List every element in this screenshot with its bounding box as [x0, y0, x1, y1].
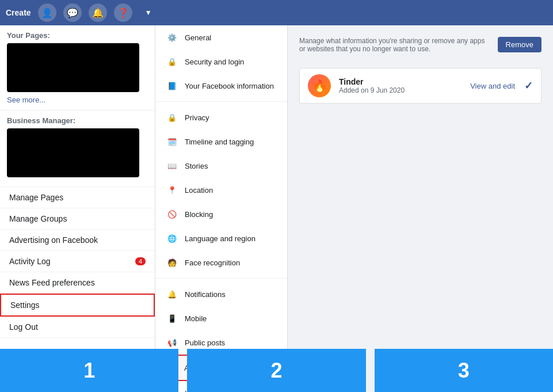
- face-recognition-icon: 🧑: [165, 256, 179, 269]
- settings-item-stories[interactable]: 📖 Stories: [155, 154, 287, 178]
- see-more-link[interactable]: See more...: [7, 96, 148, 104]
- settings-item-facebook-info[interactable]: 📘 Your Facebook information: [155, 74, 287, 98]
- public-posts-label: Public posts: [185, 338, 225, 347]
- fb-info-label: Your Facebook information: [185, 82, 274, 90]
- check-icon: ✓: [524, 79, 533, 92]
- settings-item-notifications[interactable]: 🔔 Notifications: [155, 282, 287, 306]
- friends-icon[interactable]: 👤: [38, 3, 56, 22]
- manage-groups-label: Manage Groups: [9, 214, 67, 223]
- logout-label: Log Out: [9, 322, 38, 332]
- stories-label: Stories: [185, 162, 208, 170]
- tinder-icon: 🔥: [308, 74, 331, 97]
- sidebar-item-activity-log[interactable]: Activity Log 4: [0, 251, 155, 272]
- general-icon: ⚙️: [165, 31, 179, 44]
- notifications-icon[interactable]: 🔔: [89, 3, 107, 22]
- security-icon: 🔒: [165, 55, 179, 68]
- create-button[interactable]: Create: [6, 8, 31, 17]
- settings-item-blocking[interactable]: 🚫 Blocking: [155, 202, 287, 226]
- activity-log-label: Activity Log: [9, 257, 51, 266]
- right-content: Manage what information you're sharing o…: [288, 25, 553, 392]
- section-label-3: 3: [375, 349, 553, 392]
- help-icon[interactable]: ❓: [114, 3, 132, 22]
- advertising-label: Advertising on Facebook: [9, 235, 98, 245]
- business-manager-label: Business Manager:: [7, 116, 148, 125]
- sidebar-item-settings[interactable]: Settings: [0, 294, 155, 317]
- content-header: Manage what information you're sharing o…: [299, 37, 541, 59]
- divider-1: [155, 101, 287, 102]
- app-info: Tinder Added on 9 Jun 2020: [339, 77, 462, 94]
- page-wrapper: Create 👤 💬 🔔 ❓ ▼ Your Pages: See more...…: [0, 0, 553, 392]
- view-edit-link[interactable]: View and edit: [470, 82, 515, 90]
- section-labels: 1 2 3: [0, 349, 553, 392]
- stories-icon: 📖: [165, 159, 179, 173]
- settings-item-security[interactable]: 🔒 Security and login: [155, 50, 287, 74]
- bm-thumbnail: [7, 128, 139, 177]
- blocking-icon: 🚫: [165, 207, 179, 221]
- news-feed-label: News Feed preferences: [9, 278, 95, 287]
- sidebar-item-advertising[interactable]: Advertising on Facebook: [0, 230, 155, 251]
- manage-pages-label: Manage Pages: [9, 193, 63, 202]
- location-icon: 📍: [165, 183, 179, 197]
- privacy-label: Privacy: [185, 113, 209, 122]
- section-label-1: 1: [0, 349, 178, 392]
- app-name: Tinder: [339, 77, 462, 86]
- page-thumbnail: [7, 43, 139, 92]
- messenger-icon[interactable]: 💬: [63, 3, 82, 22]
- sidebar-item-manage-pages[interactable]: Manage Pages: [0, 187, 155, 208]
- general-label: General: [185, 33, 211, 42]
- settings-item-location[interactable]: 📍 Location: [155, 178, 287, 202]
- mobile-label: Mobile: [185, 314, 207, 323]
- your-pages-section: Your Pages: See more...: [0, 25, 155, 111]
- notifications-label: Notifications: [185, 290, 226, 299]
- main-layout: Your Pages: See more... Business Manager…: [0, 25, 553, 392]
- divider-2: [155, 278, 287, 279]
- settings-item-mobile[interactable]: 📱 Mobile: [155, 306, 287, 330]
- app-row-tinder: 🔥 Tinder Added on 9 Jun 2020 View and ed…: [299, 68, 541, 104]
- settings-item-timeline[interactable]: 🗓️ Timeline and tagging: [155, 130, 287, 154]
- app-actions: View and edit ✓: [470, 79, 533, 92]
- public-posts-icon: 📢: [165, 336, 179, 349]
- business-manager-section: Business Manager:: [0, 111, 155, 187]
- privacy-icon: 🔒: [165, 111, 179, 124]
- app-date: Added on 9 Jun 2020: [339, 86, 462, 94]
- language-label: Language and region: [185, 234, 255, 243]
- top-navigation: Create 👤 💬 🔔 ❓ ▼: [0, 0, 553, 25]
- blocking-label: Blocking: [185, 210, 213, 219]
- timeline-icon: 🗓️: [165, 135, 179, 149]
- mobile-icon: 📱: [165, 311, 179, 325]
- sidebar-item-news-feed[interactable]: News Feed preferences: [0, 272, 155, 294]
- security-label: Security and login: [185, 58, 244, 66]
- timeline-label: Timeline and tagging: [185, 138, 254, 146]
- face-recognition-label: Face recognition: [185, 258, 240, 267]
- settings-label: Settings: [10, 300, 40, 310]
- settings-item-language[interactable]: 🌐 Language and region: [155, 226, 287, 250]
- activity-log-badge: 4: [135, 257, 146, 265]
- sidebar-item-logout[interactable]: Log Out: [0, 317, 155, 338]
- dropdown-icon[interactable]: ▼: [139, 3, 158, 22]
- section-label-2: 2: [187, 349, 365, 392]
- settings-item-privacy[interactable]: 🔒 Privacy: [155, 105, 287, 130]
- fb-info-icon: 📘: [165, 79, 179, 93]
- settings-item-face-recognition[interactable]: 🧑 Face recognition: [155, 250, 287, 275]
- language-icon: 🌐: [165, 231, 179, 245]
- location-label: Location: [185, 186, 213, 195]
- settings-item-general[interactable]: ⚙️ General: [155, 25, 287, 50]
- remove-button[interactable]: Remove: [498, 37, 541, 52]
- content-description: Manage what information you're sharing o…: [299, 37, 486, 53]
- left-sidebar: Your Pages: See more... Business Manager…: [0, 25, 155, 392]
- your-pages-label: Your Pages:: [7, 31, 148, 40]
- settings-panel: ⚙️ General 🔒 Security and login 📘 Your F…: [155, 25, 288, 392]
- notifications-bell-icon: 🔔: [165, 287, 179, 301]
- sidebar-item-manage-groups[interactable]: Manage Groups: [0, 208, 155, 230]
